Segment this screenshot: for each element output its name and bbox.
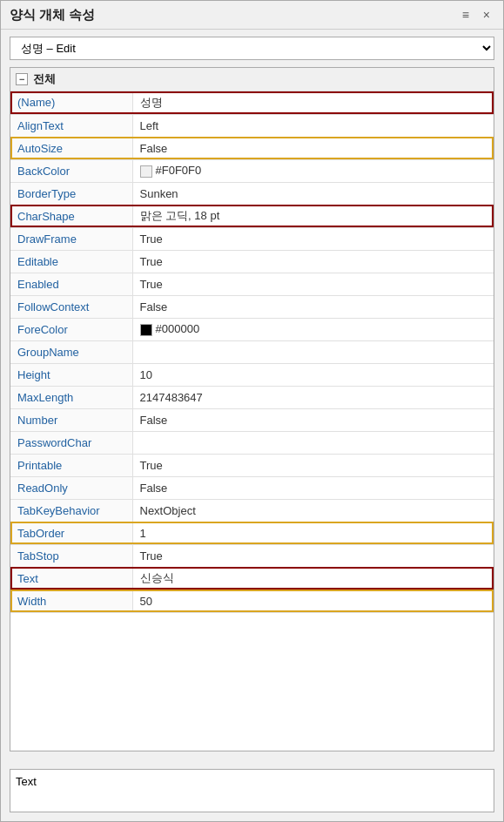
prop-value-cell[interactable]: True: [132, 544, 494, 567]
table-row[interactable]: CharShape맑은 고딕, 18 pt: [10, 205, 494, 227]
table-row[interactable]: GroupName: [10, 340, 494, 363]
prop-value-cell[interactable]: False: [132, 295, 494, 318]
text-label: Text: [16, 775, 37, 788]
prop-value-cell[interactable]: False: [132, 137, 494, 159]
close-button[interactable]: ×: [479, 6, 494, 24]
prop-name-cell: DrawFrame: [10, 227, 132, 250]
prop-value-cell[interactable]: Left: [132, 114, 494, 137]
prop-name-cell: BackColor: [10, 159, 132, 182]
prop-name-cell: MaxLength: [10, 386, 132, 408]
table-row[interactable]: EnabledTrue: [10, 273, 494, 295]
text-description-box: Text: [10, 769, 494, 812]
properties-table: (Name)성명AlignTextLeftAutoSizeFalseBackCo…: [10, 91, 494, 613]
table-row[interactable]: MaxLength2147483647: [10, 386, 494, 408]
prop-value-cell[interactable]: True: [132, 454, 494, 476]
prop-name-cell: Editable: [10, 250, 132, 273]
table-row[interactable]: TabStopTrue: [10, 544, 494, 567]
minimize-button[interactable]: ≡: [458, 6, 474, 24]
table-row[interactable]: AlignTextLeft: [10, 114, 494, 137]
prop-value-cell[interactable]: 2147483647: [132, 386, 494, 408]
prop-value-cell[interactable]: #000000: [132, 318, 494, 340]
color-swatch: [140, 324, 152, 336]
prop-name-cell: AutoSize: [10, 137, 132, 159]
table-row[interactable]: Width50: [10, 590, 494, 612]
prop-name-cell: Printable: [10, 454, 132, 476]
prop-value-cell[interactable]: 신승식: [132, 567, 494, 590]
table-row[interactable]: AutoSizeFalse: [10, 137, 494, 159]
table-row[interactable]: Height10: [10, 363, 494, 386]
window-title: 양식 개체 속성: [10, 7, 95, 24]
property-table-wrapper[interactable]: − 전체 (Name)성명AlignTextLeftAutoSizeFalseB…: [10, 67, 494, 751]
prop-value-cell[interactable]: [132, 340, 494, 363]
prop-value-cell[interactable]: [132, 431, 494, 454]
prop-value-cell[interactable]: True: [132, 273, 494, 295]
section-label: 전체: [33, 71, 56, 87]
prop-name-cell: TabStop: [10, 544, 132, 567]
table-row[interactable]: NumberFalse: [10, 408, 494, 431]
prop-value-cell[interactable]: Sunken: [132, 182, 494, 205]
prop-name-cell: TabKeyBehavior: [10, 499, 132, 522]
section-header: − 전체: [10, 68, 494, 91]
table-row[interactable]: Text신승식: [10, 567, 494, 590]
prop-name-cell: AlignText: [10, 114, 132, 137]
property-table-container: − 전체 (Name)성명AlignTextLeftAutoSizeFalseB…: [1, 67, 503, 760]
prop-name-cell: Text: [10, 567, 132, 590]
table-row[interactable]: TabOrder1: [10, 522, 494, 544]
prop-value-cell[interactable]: True: [132, 250, 494, 273]
prop-name-cell: Height: [10, 363, 132, 386]
prop-name-cell: Enabled: [10, 273, 132, 295]
object-selector[interactable]: 성명 – Edit: [10, 37, 494, 60]
table-row[interactable]: PrintableTrue: [10, 454, 494, 476]
table-row[interactable]: (Name)성명: [10, 91, 494, 114]
prop-value-cell[interactable]: 성명: [132, 91, 494, 114]
prop-name-cell: Width: [10, 590, 132, 612]
table-row[interactable]: BackColor#F0F0F0: [10, 159, 494, 182]
window-controls: ≡ ×: [458, 6, 494, 24]
prop-name-cell: (Name): [10, 91, 132, 114]
table-row[interactable]: TabKeyBehaviorNextObject: [10, 499, 494, 522]
prop-value-cell[interactable]: False: [132, 476, 494, 499]
prop-name-cell: ReadOnly: [10, 476, 132, 499]
prop-name-cell: Number: [10, 408, 132, 431]
prop-name-cell: ForeColor: [10, 318, 132, 340]
prop-name-cell: GroupName: [10, 340, 132, 363]
table-row[interactable]: PasswordChar: [10, 431, 494, 454]
prop-value-cell[interactable]: 맑은 고딕, 18 pt: [132, 205, 494, 227]
section-collapse-icon[interactable]: −: [16, 73, 28, 85]
prop-value-cell[interactable]: 10: [132, 363, 494, 386]
table-row[interactable]: DrawFrameTrue: [10, 227, 494, 250]
main-window: 양식 개체 속성 ≡ × 성명 – Edit − 전체 (Name)성명Alig…: [0, 0, 504, 822]
prop-value-cell[interactable]: 50: [132, 590, 494, 612]
prop-value-cell[interactable]: NextObject: [132, 499, 494, 522]
prop-name-cell: FollowContext: [10, 295, 132, 318]
prop-name-cell: CharShape: [10, 205, 132, 227]
title-bar: 양식 개체 속성 ≡ ×: [1, 1, 503, 30]
prop-value-cell[interactable]: False: [132, 408, 494, 431]
prop-value-cell[interactable]: #F0F0F0: [132, 159, 494, 182]
table-row[interactable]: FollowContextFalse: [10, 295, 494, 318]
prop-name-cell: BorderType: [10, 182, 132, 205]
prop-name-cell: PasswordChar: [10, 431, 132, 454]
table-row[interactable]: EditableTrue: [10, 250, 494, 273]
table-row[interactable]: ReadOnlyFalse: [10, 476, 494, 499]
object-selector-row: 성명 – Edit: [1, 30, 503, 67]
prop-name-cell: TabOrder: [10, 522, 132, 544]
table-row[interactable]: ForeColor#000000: [10, 318, 494, 340]
prop-value-cell[interactable]: 1: [132, 522, 494, 544]
bottom-area: Text: [1, 760, 503, 821]
prop-value-cell[interactable]: True: [132, 227, 494, 250]
table-row[interactable]: BorderTypeSunken: [10, 182, 494, 205]
color-swatch: [140, 165, 152, 178]
